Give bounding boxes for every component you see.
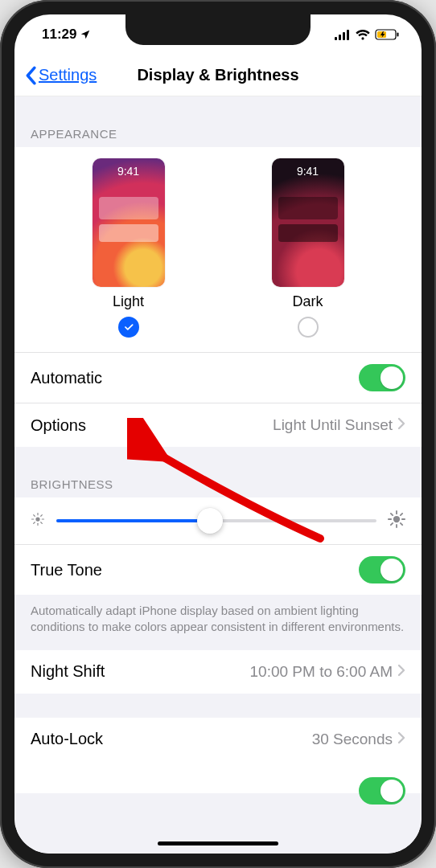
svg-rect-3 [347, 30, 349, 40]
svg-line-12 [34, 515, 35, 517]
section-header-appearance: APPEARANCE [14, 96, 422, 147]
next-toggle-peek[interactable] [359, 777, 405, 805]
dark-label: Dark [292, 293, 323, 310]
automatic-row: Automatic [14, 353, 422, 403]
chevron-left-icon [24, 66, 37, 85]
auto-lock-label: Auto-Lock [31, 730, 103, 748]
screen: 11:29 [14, 14, 422, 854]
dark-radio[interactable] [298, 317, 319, 338]
svg-line-21 [391, 514, 393, 515]
svg-line-13 [41, 522, 43, 524]
svg-rect-2 [343, 32, 345, 40]
night-shift-value: 10:00 PM to 6:00 AM [250, 663, 393, 681]
appearance-picker: 9:41 Light 9:41 [14, 147, 422, 353]
svg-rect-5 [397, 33, 399, 37]
auto-lock-value: 30 Seconds [312, 731, 393, 748]
svg-point-16 [393, 516, 400, 522]
true-tone-footer: Automatically adapt iPhone display based… [14, 595, 422, 650]
sun-small-icon [31, 512, 45, 530]
chevron-right-icon [397, 663, 405, 681]
brightness-slider[interactable] [56, 519, 376, 522]
auto-lock-row[interactable]: Auto-Lock 30 Seconds [14, 718, 422, 761]
location-icon [80, 29, 91, 40]
true-tone-toggle[interactable] [359, 556, 405, 583]
chevron-right-icon [397, 416, 405, 434]
phone-frame: 11:29 [0, 0, 436, 868]
brightness-thumb[interactable] [197, 508, 223, 534]
cellular-signal-icon [335, 30, 351, 40]
svg-rect-1 [339, 35, 341, 40]
section-header-brightness: BRIGHTNESS [14, 447, 422, 497]
notch [125, 14, 311, 45]
chevron-right-icon [397, 731, 405, 748]
page-title: Display & Brightness [137, 66, 298, 84]
true-tone-label: True Tone [31, 561, 102, 579]
brightness-slider-row [14, 497, 422, 545]
appearance-option-light[interactable]: 9:41 Light [93, 158, 165, 338]
brightness-fill [56, 519, 210, 522]
wifi-icon [356, 30, 370, 40]
svg-rect-0 [335, 37, 337, 40]
light-radio[interactable] [118, 317, 139, 338]
svg-line-24 [391, 523, 393, 525]
home-indicator[interactable] [158, 841, 278, 845]
svg-line-15 [34, 522, 35, 524]
nav-bar: Settings Display & Brightness [14, 55, 422, 96]
automatic-toggle[interactable] [359, 364, 405, 391]
svg-point-7 [35, 517, 39, 521]
options-label: Options [31, 416, 86, 435]
content-scroll[interactable]: APPEARANCE 9:41 Light [14, 96, 422, 854]
svg-line-14 [41, 515, 43, 517]
sun-large-icon [388, 510, 405, 531]
back-label: Settings [39, 66, 97, 84]
light-preview: 9:41 [93, 158, 165, 287]
night-shift-row[interactable]: Night Shift 10:00 PM to 6:00 AM [14, 650, 422, 694]
night-shift-label: Night Shift [31, 662, 105, 681]
svg-line-23 [401, 514, 402, 515]
automatic-label: Automatic [31, 369, 102, 387]
status-time: 11:29 [42, 27, 76, 43]
light-label: Light [113, 293, 144, 310]
back-button[interactable]: Settings [24, 66, 97, 85]
true-tone-row: True Tone [14, 545, 422, 595]
options-row[interactable]: Options Light Until Sunset [14, 403, 422, 447]
battery-icon [375, 29, 399, 40]
svg-line-22 [401, 523, 402, 525]
dark-preview: 9:41 [272, 158, 344, 287]
options-value: Light Until Sunset [273, 416, 393, 434]
appearance-option-dark[interactable]: 9:41 Dark [272, 158, 344, 338]
